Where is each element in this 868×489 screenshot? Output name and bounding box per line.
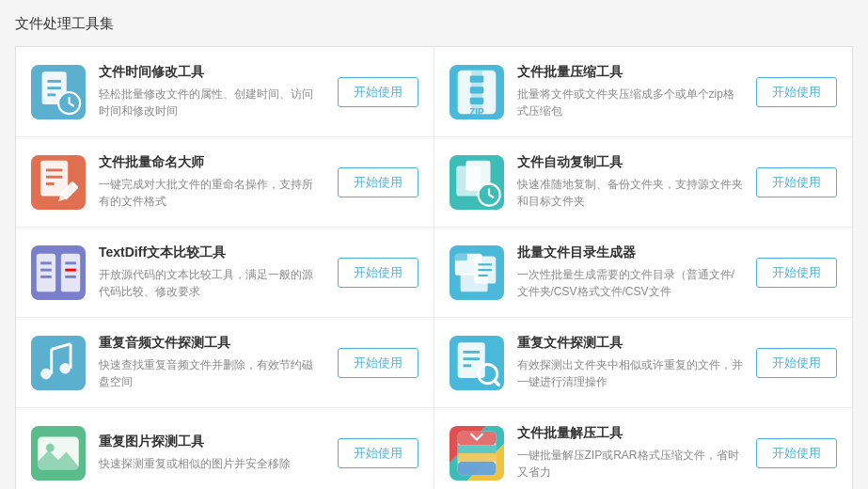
tool-card-file-time: 文件时间修改工具 轻松批量修改文件的属性、创建时间、访问时间和修改时间 开始使用	[16, 47, 434, 137]
tool-btn-dup-audio[interactable]: 开始使用	[338, 348, 418, 378]
tool-desc-file-copy: 快速准随地复制、备份文件夹，支持源文件夹和目标文件夹	[517, 176, 744, 210]
tool-desc-file-compress: 批量将文件或文件夹压缩成多个或单个zip格式压缩包	[517, 86, 744, 119]
tool-title-dup-image: 重复图片探测工具	[99, 434, 324, 450]
svg-line-45	[494, 380, 497, 384]
svg-rect-10	[469, 87, 483, 93]
tool-desc-text-diff: 开放源代码的文本比较工具，满足一般的源代码比较、修改要求	[99, 266, 324, 300]
tool-content-file-unzip: 文件批量解压工具 一键批量解压ZIP或RAR格式压缩文件，省时又省力	[517, 425, 744, 481]
tool-btn-file-rename[interactable]: 开始使用	[338, 167, 418, 197]
tool-icon-dup-audio	[31, 336, 86, 390]
tool-title-dir-gen: 批量文件目录生成器	[517, 244, 744, 261]
svg-rect-50	[457, 445, 496, 453]
tool-title-file-compress: 文件批量压缩工具	[517, 64, 744, 81]
tool-btn-file-time[interactable]: 开始使用	[338, 77, 418, 107]
svg-rect-11	[469, 97, 483, 103]
svg-point-47	[46, 443, 55, 451]
tool-title-dup-audio: 重复音频文件探测工具	[99, 335, 324, 352]
tool-card-dup-audio: 重复音频文件探测工具 快速查找重复音频文件并删除，有效节约磁盘空间 开始使用	[16, 318, 434, 408]
svg-rect-51	[457, 453, 496, 462]
tool-icon-file-time	[31, 65, 86, 119]
tool-content-dup-file: 重复文件探测工具 有效探测出文件夹中相似或许重复的文件，并一键进行清理操作	[517, 335, 744, 390]
tool-icon-dir-gen	[450, 245, 504, 300]
svg-rect-22	[37, 253, 55, 292]
tool-desc-dir-gen: 一次性批量生成需要的文件目录（普通文件/文件夹/CSV格式文件/CSV文件	[517, 266, 744, 300]
tool-card-file-rename: 文件批量命名大师 一键完成对大批文件的重命名操作，支持所有的文件格式 开始使用	[16, 137, 434, 228]
tool-title-file-unzip: 文件批量解压工具	[517, 425, 744, 442]
tool-card-file-compress: ZIP 文件批量压缩工具 批量将文件或文件夹压缩成多个或单个zip格式压缩包 开…	[434, 47, 853, 137]
tool-icon-text-diff	[31, 245, 86, 300]
tool-icon-file-compress: ZIP	[450, 65, 504, 119]
tool-desc-file-time: 轻松批量修改文件的属性、创建时间、访问时间和修改时间	[99, 86, 324, 119]
tool-btn-text-diff[interactable]: 开始使用	[338, 258, 418, 288]
tool-title-dup-file: 重复文件探测工具	[517, 335, 744, 352]
tool-icon-file-copy	[450, 155, 504, 210]
svg-rect-9	[469, 75, 483, 82]
tool-desc-dup-image: 快速探测重复或相似的图片并安全移除	[99, 455, 324, 472]
tool-icon-dup-file	[450, 336, 504, 390]
tool-content-file-copy: 文件自动复制工具 快速准随地复制、备份文件夹，支持源文件夹和目标文件夹	[517, 154, 744, 210]
tool-card-file-unzip: 文件批量解压工具 一键批量解压ZIP或RAR格式压缩文件，省时又省力 开始使用	[434, 408, 853, 489]
tool-btn-dup-image[interactable]: 开始使用	[338, 438, 418, 468]
svg-rect-40	[457, 342, 484, 378]
svg-rect-52	[457, 461, 496, 475]
svg-rect-23	[61, 253, 80, 292]
tool-icon-dup-image	[31, 426, 86, 481]
tool-btn-dir-gen[interactable]: 开始使用	[756, 258, 837, 288]
tool-desc-file-unzip: 一键批量解压ZIP或RAR格式压缩文件，省时又省力	[517, 447, 744, 481]
tool-card-dup-image: 重复图片探测工具 快速探测重复或相似的图片并安全移除 开始使用	[16, 408, 434, 489]
tool-btn-file-copy[interactable]: 开始使用	[756, 167, 837, 197]
tool-content-dir-gen: 批量文件目录生成器 一次性批量生成需要的文件目录（普通文件/文件夹/CSV格式文…	[517, 244, 744, 300]
tool-content-file-time: 文件时间修改工具 轻松批量修改文件的属性、创建时间、访问时间和修改时间	[99, 64, 324, 119]
tool-title-file-copy: 文件自动复制工具	[517, 154, 744, 171]
tool-desc-file-rename: 一键完成对大批文件的重命名操作，支持所有的文件格式	[99, 176, 324, 210]
tool-title-text-diff: TextDiff文本比较工具	[99, 244, 324, 261]
svg-rect-31	[454, 253, 466, 260]
tool-title-file-rename: 文件批量命名大师	[99, 154, 324, 171]
tool-content-dup-image: 重复图片探测工具 快速探测重复或相似的图片并安全移除	[99, 434, 324, 472]
tool-card-dir-gen: 批量文件目录生成器 一次性批量生成需要的文件目录（普通文件/文件夹/CSV格式文…	[434, 228, 853, 318]
tool-icon-file-rename	[31, 155, 86, 210]
page-title: 文件处理工具集	[15, 15, 853, 33]
tool-content-dup-audio: 重复音频文件探测工具 快速查找重复音频文件并删除，有效节约磁盘空间	[99, 335, 324, 390]
tool-desc-dup-file: 有效探测出文件夹中相似或许重复的文件，并一键进行清理操作	[517, 356, 744, 390]
tool-btn-file-compress[interactable]: 开始使用	[756, 77, 837, 107]
svg-line-39	[52, 343, 71, 349]
tool-content-file-compress: 文件批量压缩工具 批量将文件或文件夹压缩成多个或单个zip格式压缩包	[517, 64, 744, 119]
tool-content-text-diff: TextDiff文本比较工具 开放源代码的文本比较工具，满足一般的源代码比较、修…	[99, 244, 324, 300]
tools-grid: 文件时间修改工具 轻松批量修改文件的属性、创建时间、访问时间和修改时间 开始使用…	[15, 46, 853, 489]
tool-card-dup-file: 重复文件探测工具 有效探测出文件夹中相似或许重复的文件，并一键进行清理操作 开始…	[434, 318, 853, 408]
tool-card-file-copy: 文件自动复制工具 快速准随地复制、备份文件夹，支持源文件夹和目标文件夹 开始使用	[434, 137, 853, 228]
tool-card-text-diff: TextDiff文本比较工具 开放源代码的文本比较工具，满足一般的源代码比较、修…	[16, 228, 434, 318]
svg-text:ZIP: ZIP	[469, 106, 484, 117]
tool-btn-dup-file[interactable]: 开始使用	[756, 348, 837, 378]
tool-title-file-time: 文件时间修改工具	[99, 64, 324, 81]
tool-btn-file-unzip[interactable]: 开始使用	[756, 438, 837, 468]
tool-desc-dup-audio: 快速查找重复音频文件并删除，有效节约磁盘空间	[99, 356, 324, 390]
tool-content-file-rename: 文件批量命名大师 一键完成对大批文件的重命名操作，支持所有的文件格式	[99, 154, 324, 210]
tool-icon-file-unzip	[450, 426, 504, 481]
